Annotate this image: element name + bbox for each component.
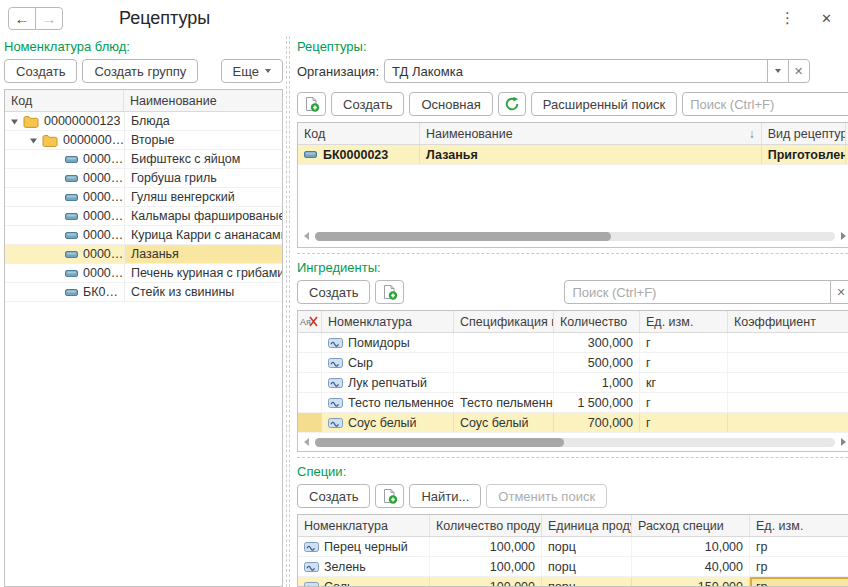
ingredients-search: ✕ (564, 280, 848, 304)
tree-row[interactable]: 0000… Курица Карри с ананасами (5, 226, 282, 245)
sort-numbering-off-icon: Ая (300, 315, 318, 328)
column-header-unit[interactable]: Ед. изм. (750, 515, 848, 536)
tree-item-code: 0000… (83, 247, 123, 261)
tree-code-cell: 0000… (5, 226, 124, 244)
column-header-name-label: Наименование (426, 127, 513, 141)
ingredient-name-cell: Тесто пельменное (322, 393, 454, 412)
ingredient-row[interactable]: Тесто пельменное Тесто пельменное 1 500,… (298, 393, 848, 413)
spice-row[interactable]: Зелень 100,000 порц 40,000 гр (298, 557, 848, 577)
expander-icon[interactable] (10, 117, 19, 126)
scrollbar-thumb[interactable] (315, 232, 611, 241)
item-icon (328, 378, 343, 388)
recipe-code-cell: БК0000023 (298, 145, 420, 164)
column-header-nomenclature[interactable]: Номенклатура (322, 311, 454, 332)
scroll-left-icon[interactable] (304, 438, 309, 446)
search-input[interactable] (682, 92, 848, 116)
add-new-button[interactable] (297, 92, 326, 116)
column-header-code[interactable]: Код (5, 90, 124, 111)
tree-item-code: БК0… (83, 285, 118, 299)
section-divider[interactable] (297, 457, 848, 458)
ingredient-coef-cell: 0,001000 (728, 333, 848, 352)
column-header-nomenclature[interactable]: Номенклатура (298, 515, 430, 536)
column-header-quantity[interactable]: Количество (554, 311, 640, 332)
find-button[interactable]: Найти... (409, 484, 481, 508)
main-button[interactable]: Основная (409, 92, 492, 116)
back-arrow-icon: ← (15, 11, 30, 26)
ingredient-qty-cell: 500,000 (554, 353, 640, 372)
ingredients-section-title: Ингредиенты: (297, 259, 848, 277)
scrollbar-track[interactable] (315, 232, 835, 241)
recipe-type-cell: Приготовлен… (762, 145, 846, 164)
row-marker-cell (298, 353, 322, 372)
ingredient-qty-cell: 700,000 (554, 413, 640, 432)
add-new-button[interactable] (375, 484, 404, 508)
tree-row[interactable]: 0000… Печень куриная с грибами (5, 264, 282, 283)
create-button[interactable]: Создать (331, 92, 404, 116)
tree-row-selected[interactable]: 0000… Лазанья (5, 245, 282, 264)
recipes-panel: Рецептуры: Организация: ✕ Создать Основн… (289, 36, 848, 587)
column-header-name[interactable]: Наименование↓ (420, 123, 762, 144)
add-new-button[interactable] (375, 280, 404, 304)
tree-code-cell: 0000… (5, 150, 124, 168)
column-header-specification[interactable]: Спецификация вл… (454, 311, 554, 332)
advanced-search-button[interactable]: Расширенный поиск (531, 92, 677, 116)
tree-item-code: 0000… (83, 266, 123, 280)
column-header-product-qty[interactable]: Количество продукции (430, 515, 542, 536)
row-marker-cell (298, 393, 322, 412)
back-button[interactable]: ← (8, 7, 36, 30)
scroll-left-icon[interactable] (304, 232, 309, 240)
tree-item-code: 0000… (83, 228, 123, 242)
tree-row[interactable]: 0000000… Вторые (5, 131, 282, 150)
expander-icon[interactable] (29, 136, 38, 145)
recipe-row-selected[interactable]: БК0000023 Лазанья Приготовлен… (298, 145, 848, 165)
spice-amount-unit-cell-active[interactable]: гр (750, 577, 848, 587)
tree-row[interactable]: 0000… Кальмары фаршированые (5, 207, 282, 226)
ingredient-qty-cell: 300,000 (554, 333, 640, 352)
spices-toolbar: Создать Найти... Отменить поиск Еще (297, 483, 848, 509)
ingredient-qty-cell: 1,000 (554, 373, 640, 392)
create-group-button[interactable]: Создать группу (82, 59, 198, 83)
organization-input[interactable] (384, 59, 768, 83)
kebab-menu-icon[interactable]: ⋮ (774, 7, 801, 29)
column-header-code[interactable]: Код (298, 123, 420, 144)
column-header-numbering[interactable]: Ая (298, 311, 322, 332)
tree-row[interactable]: 0000… Бифштекс с яйцом (5, 150, 282, 169)
create-button[interactable]: Создать (4, 59, 77, 83)
column-header-coefficient[interactable]: Коэффициент (728, 311, 848, 332)
spice-row-selected[interactable]: Соль 100,000 порц 150,000 гр (298, 577, 848, 587)
ingredient-row[interactable]: Помидоры 300,000 г 0,001000 (298, 333, 848, 353)
column-header-spice-amount[interactable]: Расход специи (632, 515, 750, 536)
ingredient-row-selected[interactable]: Соус белый Соус белый 700,000 г 1,000000 (298, 413, 848, 433)
ingredients-table: Ая Номенклатура Спецификация вл… Количес… (297, 310, 848, 452)
scrollbar-thumb[interactable] (315, 438, 564, 447)
column-header-name[interactable]: Наименование (124, 90, 282, 111)
scrollbar-track[interactable] (315, 438, 835, 447)
spice-name: Соль (324, 580, 354, 587)
column-header-recipe-type[interactable]: Вид рецептуры (762, 123, 846, 144)
ingredient-row[interactable]: Лук репчатый 1,000 кг 1,000000 (298, 373, 848, 393)
organization-dropdown-button[interactable] (767, 59, 789, 83)
tree-row[interactable]: 0000… Горбуша гриль (5, 169, 282, 188)
search-input[interactable] (564, 280, 831, 304)
refresh-button[interactable] (498, 92, 526, 116)
scroll-right-icon[interactable] (841, 232, 846, 240)
ingredient-row[interactable]: Сыр 500,000 г 0,001000 (298, 353, 848, 373)
create-button[interactable]: Создать (297, 280, 370, 304)
spice-row[interactable]: Перец черный 100,000 порц 10,000 гр (298, 537, 848, 557)
scroll-right-icon[interactable] (841, 438, 846, 446)
ingredient-name-cell: Соус белый (322, 413, 454, 432)
more-button[interactable]: Еще (221, 59, 283, 83)
forward-button[interactable]: → (35, 7, 63, 30)
tree-row[interactable]: 0000… Гуляш венгерский (5, 188, 282, 207)
column-header-product-unit[interactable]: Единица продук… (542, 515, 632, 536)
close-icon[interactable]: ✕ (817, 9, 836, 28)
organization-clear-button[interactable]: ✕ (788, 59, 810, 83)
row-marker-cell (298, 373, 322, 392)
create-button[interactable]: Создать (297, 484, 370, 508)
search-clear-button[interactable]: ✕ (830, 280, 848, 304)
tree-item-name: Гуляш венгерский (124, 188, 282, 206)
column-header-unit[interactable]: Ед. изм. (640, 311, 728, 332)
tree-row[interactable]: 00000000123 Блюда (5, 112, 282, 131)
tree-row[interactable]: БК0… Стейк из свинины (5, 283, 282, 302)
section-divider[interactable] (297, 253, 848, 254)
